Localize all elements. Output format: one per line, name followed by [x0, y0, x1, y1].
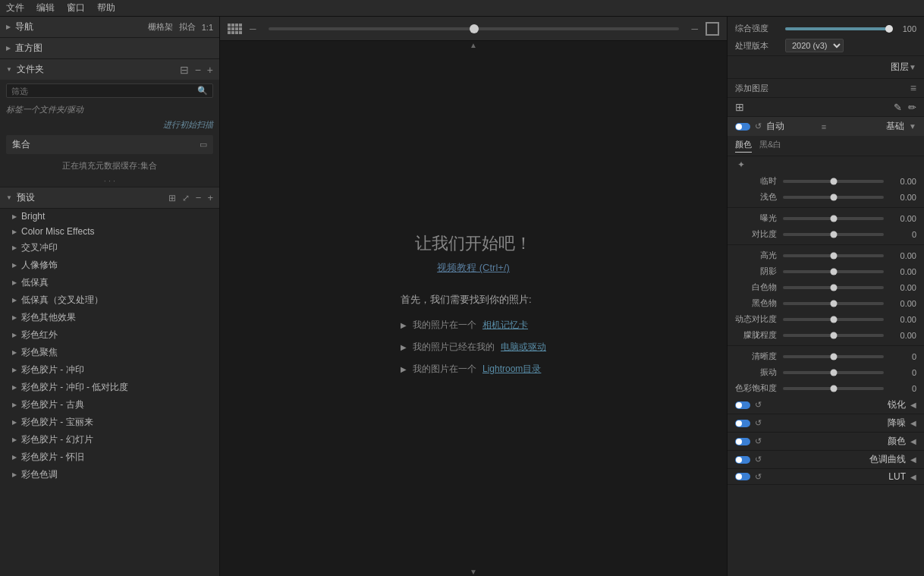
- presets-section: ▼ 预设 ⊞ ⤢ − + ▶ Bright ▶ Color Misc Effec…: [0, 187, 219, 576]
- denoise-arrow[interactable]: ◀: [910, 419, 916, 427]
- preset-item-10[interactable]: ▶ 彩色胶片 - 冲印 - 低对比度: [0, 379, 219, 396]
- auto-toggle[interactable]: [735, 123, 750, 131]
- preset-item-1[interactable]: ▶ Color Misc Effects: [0, 224, 219, 239]
- layers-arrow[interactable]: ▼: [909, 63, 916, 71]
- subsection-denoise: ↺ 降噪 ◀: [728, 414, 924, 433]
- guide-link-1[interactable]: 电脑或驱动: [501, 341, 546, 354]
- presets-minus-icon[interactable]: −: [196, 192, 202, 203]
- preview-area: ▲ 让我们开始吧！ 视频教程 (Ctrl+/) 首先，我们需要找到你的照片: ▶…: [220, 41, 727, 576]
- color-arrow[interactable]: ◀: [910, 437, 916, 445]
- preset-item-5[interactable]: ▶ 低保真（交叉处理）: [0, 291, 219, 309]
- preset-item-6[interactable]: ▶ 彩色其他效果: [0, 309, 219, 326]
- version-select[interactable]: 2020 (v3): [785, 39, 844, 52]
- adj-slider-8[interactable]: [783, 318, 884, 321]
- sharpening-toggle[interactable]: [735, 401, 750, 409]
- preset-item-2[interactable]: ▶ 交叉冲印: [0, 239, 219, 257]
- tone-curve-arrow[interactable]: ◀: [910, 455, 916, 464]
- preset-item-11[interactable]: ▶ 彩色胶片 - 古典: [0, 396, 219, 414]
- eyedropper-icon[interactable]: ✦: [735, 159, 747, 171]
- pencil-tool-icon[interactable]: ✎: [894, 102, 902, 113]
- filmstrip-grid-icon[interactable]: [228, 24, 242, 34]
- preset-item-bright[interactable]: ▶ Bright: [0, 209, 219, 224]
- adj-slider-11[interactable]: [783, 371, 884, 374]
- welcome-subtitle[interactable]: 视频教程 (Ctrl+/): [385, 261, 561, 275]
- preset-item-13[interactable]: ▶ 彩色胶片 - 幻灯片: [0, 431, 219, 449]
- preset-name-8: 彩色聚焦: [21, 346, 58, 359]
- guide-link-0[interactable]: 相机记忆卡: [482, 319, 528, 332]
- bottom-collapse-arrow[interactable]: ▼: [470, 568, 477, 576]
- strength-slider[interactable]: [785, 27, 889, 30]
- adj-slider-5[interactable]: [783, 270, 884, 273]
- tone-curve-toggle[interactable]: [735, 456, 750, 464]
- lut-toggle[interactable]: [735, 473, 750, 480]
- preset-item-7[interactable]: ▶ 彩色红外: [0, 326, 219, 344]
- presets-plus-icon[interactable]: +: [207, 192, 213, 203]
- adj-val-6: 0.00: [890, 283, 916, 292]
- adj-row-12: 色彩饱和度 0: [728, 380, 924, 396]
- adj-slider-12[interactable]: [783, 387, 884, 390]
- scan-link[interactable]: 进行初始扫描: [0, 118, 219, 132]
- guide-arrow-0: ▶: [401, 321, 407, 329]
- adj-row-2: 曝光 0.00: [728, 210, 924, 226]
- auto-preset-icon[interactable]: ≡: [822, 122, 826, 131]
- crop-tool-icon[interactable]: ⊞: [735, 101, 744, 113]
- adj-slider-9[interactable]: [783, 334, 884, 337]
- lut-arrow[interactable]: ◀: [910, 473, 916, 481]
- folder-search-bar[interactable]: 🔍: [6, 83, 213, 98]
- auto-refresh-icon[interactable]: ↺: [755, 121, 762, 131]
- preset-item-3[interactable]: ▶ 人像修饰: [0, 257, 219, 274]
- adj-slider-10[interactable]: [783, 355, 884, 358]
- menu-window[interactable]: 窗口: [67, 2, 85, 14]
- tone-curve-refresh-icon[interactable]: ↺: [755, 455, 762, 464]
- menu-file[interactable]: 文件: [6, 2, 24, 14]
- histogram-section[interactable]: ▶ 直方图: [0, 38, 219, 59]
- color-tab[interactable]: 颜色: [735, 139, 752, 153]
- basic-dropdown-icon[interactable]: ▼: [909, 122, 916, 131]
- folder-search-input[interactable]: [11, 87, 197, 96]
- filmstrip-square[interactable]: [706, 22, 719, 36]
- adj-slider-4[interactable]: [783, 254, 884, 257]
- nav-fit-btn[interactable]: 拟合: [179, 21, 196, 33]
- nav-1to1-btn[interactable]: 1:1: [202, 23, 213, 32]
- folder-header[interactable]: ▼ 文件夹 ⊟ − +: [0, 59, 219, 80]
- guide-link-2[interactable]: Lightroom目录: [482, 363, 541, 376]
- preset-item-9[interactable]: ▶ 彩色胶片 - 冲印: [0, 361, 219, 379]
- adj-slider-2[interactable]: [783, 217, 884, 220]
- add-layer-menu-icon[interactable]: ≡: [910, 82, 916, 94]
- lut-refresh-icon[interactable]: ↺: [755, 472, 762, 482]
- preset-item-4[interactable]: ▶ 低保真: [0, 274, 219, 291]
- preset-item-12[interactable]: ▶ 彩色胶片 - 宝丽来: [0, 414, 219, 431]
- eraser-tool-icon[interactable]: ✏: [908, 102, 916, 113]
- preset-item-8[interactable]: ▶ 彩色聚焦: [0, 344, 219, 361]
- preset-item-15[interactable]: ▶ 彩色色调: [0, 466, 219, 483]
- filmstrip-slider[interactable]: [269, 27, 680, 30]
- denoise-toggle[interactable]: [735, 420, 750, 427]
- top-collapse-arrow[interactable]: ▲: [470, 41, 477, 49]
- folder-import-icon[interactable]: ⊟: [180, 64, 189, 76]
- menu-help[interactable]: 帮助: [97, 2, 115, 14]
- presets-grid-icon[interactable]: ⊞: [168, 193, 176, 203]
- presets-expand-icon[interactable]: ⤢: [182, 193, 190, 203]
- sharpening-arrow[interactable]: ◀: [910, 401, 916, 409]
- nav-section[interactable]: ▶ 导航 栅格架 拟合 1:1: [0, 17, 219, 38]
- adj-slider-7[interactable]: [783, 302, 884, 305]
- nav-grid-btn[interactable]: 栅格架: [148, 21, 173, 33]
- menu-edit[interactable]: 编辑: [36, 2, 55, 14]
- bw-tab[interactable]: 黑&白: [759, 139, 781, 153]
- presets-header[interactable]: ▼ 预设 ⊞ ⤢ − +: [0, 187, 219, 209]
- folder-minus-icon[interactable]: −: [195, 64, 201, 76]
- adj-slider-3[interactable]: [783, 233, 884, 236]
- adj-slider-1[interactable]: [783, 196, 884, 199]
- adj-slider-6[interactable]: [783, 286, 884, 289]
- adj-label-0: 临时: [735, 175, 777, 187]
- collection-icon[interactable]: ▭: [200, 140, 207, 150]
- adj-slider-0[interactable]: [783, 180, 884, 183]
- denoise-refresh-icon[interactable]: ↺: [755, 418, 762, 428]
- color-toggle[interactable]: [735, 438, 750, 445]
- sharpening-refresh-icon[interactable]: ↺: [755, 400, 762, 410]
- folder-plus-icon[interactable]: +: [207, 64, 213, 76]
- preset-name-15: 彩色色调: [21, 468, 58, 481]
- preset-arrow-13: ▶: [12, 436, 17, 443]
- color-refresh-icon[interactable]: ↺: [755, 436, 762, 446]
- preset-item-14[interactable]: ▶ 彩色胶片 - 怀旧: [0, 449, 219, 466]
